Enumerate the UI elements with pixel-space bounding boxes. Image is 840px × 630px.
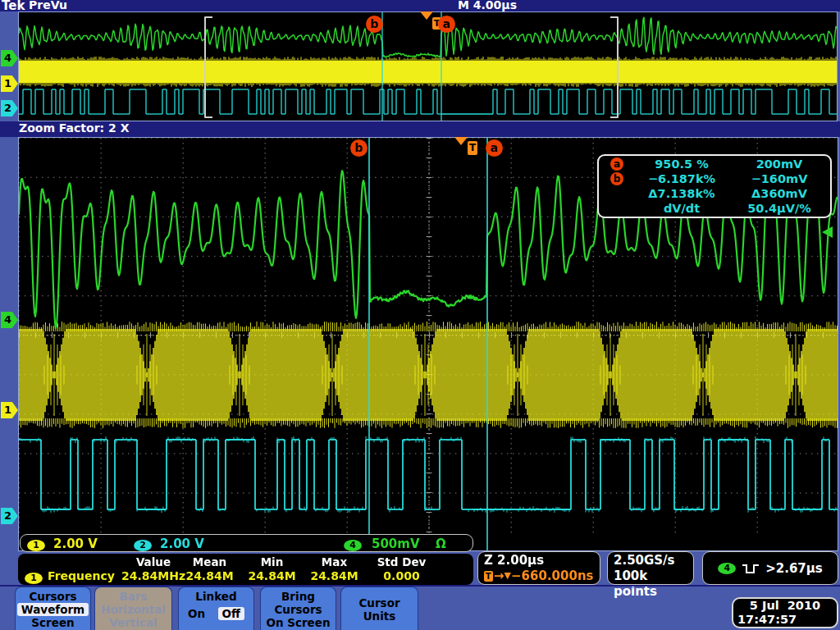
- cursor-b-voltage: −160mV: [728, 172, 830, 185]
- measurement-bar: Value Mean Min Max Std Dev 1 Frequency 2…: [18, 554, 473, 585]
- meas-header-min: Min: [241, 555, 303, 568]
- pulse-width-trigger-icon: [742, 562, 760, 575]
- trigger-delay-value: −660.000ns: [511, 568, 594, 583]
- datetime-box: 5 Jul 2010 17:47:57: [732, 597, 838, 628]
- zoom-factor-label: Zoom Factor: 2 X: [19, 121, 129, 135]
- acquisition-status: PreVu: [29, 0, 67, 11]
- trigger-position-marker: [454, 137, 468, 145]
- meas-header-max: Max: [304, 555, 365, 568]
- menu-button-bring-cursors[interactable]: Bring Cursors On Screen: [260, 587, 336, 630]
- linked-title: Linked: [179, 590, 253, 603]
- cursor-readout-panel: a 950.5 % 200mV b −6.187k% −160mV Δ7.138…: [597, 154, 832, 218]
- channel-2-tag-overview: 2: [1, 100, 18, 116]
- channel-2-tag: 2: [1, 508, 18, 524]
- cursor-b-badge: b: [610, 172, 623, 185]
- bars-title: Bars: [95, 590, 171, 603]
- channel-1-tag-overview: 1: [1, 75, 18, 92]
- zoom-factor-bar: Zoom Factor: 2 X: [0, 121, 840, 137]
- delay-triangle-icon: ▼: [504, 568, 511, 583]
- units-line-2: Units: [341, 609, 418, 623]
- cursor-a-voltage: 200mV: [728, 158, 830, 171]
- timebase-readout: M 4.00µs: [458, 0, 517, 11]
- channel-4-scale: 500mV: [372, 536, 420, 551]
- channel-1-scale: 2.00 V: [53, 536, 98, 551]
- meas-max: 24.84M: [304, 569, 365, 582]
- sample-rate: 2.50GS/s: [614, 553, 687, 568]
- channel-4-tag-overview: 4: [1, 50, 18, 66]
- trigger-channel-badge: 4: [718, 563, 736, 574]
- time-label: 17:47:57: [733, 613, 837, 627]
- readout-row-b: b −6.187k% −160mV: [599, 171, 830, 186]
- linked-option-off: Off: [218, 607, 244, 620]
- channel-2-badge: 2: [134, 540, 152, 551]
- delta-percent: Δ7.138k%: [635, 187, 728, 200]
- bars-option-vertical: Vertical: [95, 616, 171, 629]
- horizontal-readout-box: Z 2.00µs T → ▼ −660.000ns: [477, 551, 600, 585]
- trigger-delay-row: T → ▼ −660.000ns: [484, 568, 594, 583]
- cursor-a-marker-overview: a: [438, 16, 455, 33]
- cursors-option-waveform: Waveform: [17, 603, 89, 616]
- menu-button-cursors[interactable]: Cursors Waveform Screen: [15, 587, 91, 630]
- units-line-1: Cursor: [341, 596, 418, 609]
- channel-4-impedance: Ω: [436, 536, 446, 551]
- acquisition-readout-box: 2.50GS/s 100k points: [607, 551, 694, 585]
- cursor-a-percent: 950.5 %: [635, 158, 728, 171]
- channel-4-reference-arrow: [822, 226, 833, 238]
- cursor-b-marker: b: [350, 139, 368, 157]
- dvdt-value: 50.4µV/%: [728, 202, 830, 215]
- bring-line-2: Cursors: [261, 603, 336, 616]
- meas-mean: 24.84M: [179, 569, 240, 582]
- trigger-position-marker-overview: [420, 11, 433, 20]
- bring-line-1: Bring: [261, 590, 336, 603]
- readout-row-delta: Δ7.138k% Δ360mV: [599, 186, 830, 201]
- oscilloscope-screen: Tek PreVu M 4.00µs b T a 4 1 2 Zoom Fact…: [0, 0, 840, 630]
- channel-4-badge: 4: [344, 540, 362, 551]
- cursor-b-marker-overview: b: [366, 16, 383, 33]
- meas-header-stddev: Std Dev: [367, 555, 436, 568]
- cursor-b-percent: −6.187k%: [635, 172, 728, 185]
- record-length: 100k points: [614, 568, 687, 600]
- cursor-a-badge: a: [610, 158, 623, 171]
- top-status-bar: Tek PreVu M 4.00µs: [0, 0, 840, 11]
- delta-voltage: Δ360mV: [728, 187, 830, 200]
- meas-channel-badge: 1: [25, 573, 43, 584]
- channel-1-tag: 1: [1, 402, 18, 418]
- meas-stddev: 0.000: [367, 569, 436, 582]
- trigger-readout-box: 4 >2.67µs: [702, 551, 838, 585]
- channel-1-badge: 1: [27, 540, 45, 551]
- menu-button-bars[interactable]: Bars Horizontal Vertical: [94, 587, 172, 630]
- cursor-a-marker: a: [486, 139, 503, 157]
- menu-button-cursor-units[interactable]: Cursor Units: [340, 587, 418, 630]
- channel-scale-bar: 1 2.00 V 2 2.00 V 4 500mV Ω: [20, 534, 473, 552]
- cursors-option-screen: Screen: [16, 616, 90, 629]
- zoom-timebase: Z 2.00µs: [484, 553, 594, 568]
- date-label: 5 Jul 2010: [733, 599, 837, 613]
- trigger-t-icon: T: [484, 571, 493, 582]
- channel-4-tag: 4: [1, 312, 18, 328]
- overview-waveform-canvas: [19, 12, 837, 121]
- readout-row-a: a 950.5 % 200mV: [599, 157, 830, 171]
- cursors-title: Cursors: [16, 590, 90, 603]
- linked-option-on: On: [188, 607, 205, 620]
- readout-row-dvdt: dV/dt 50.4µV/%: [599, 201, 830, 216]
- menu-button-linked[interactable]: Linked On Off: [178, 587, 254, 630]
- dvdt-label: dV/dt: [635, 202, 728, 215]
- bars-option-horizontal: Horizontal: [95, 603, 171, 616]
- meas-header-mean: Mean: [179, 555, 240, 568]
- meas-min: 24.84M: [241, 569, 303, 582]
- overview-window: [18, 11, 838, 121]
- trigger-condition: >2.67µs: [765, 561, 823, 576]
- channel-2-scale: 2.00 V: [160, 536, 204, 551]
- delay-arrow-icon: →: [494, 568, 504, 583]
- trigger-t-flag: T: [468, 141, 477, 155]
- meas-name: Frequency: [48, 569, 113, 582]
- bring-line-3: On Screen: [261, 616, 336, 629]
